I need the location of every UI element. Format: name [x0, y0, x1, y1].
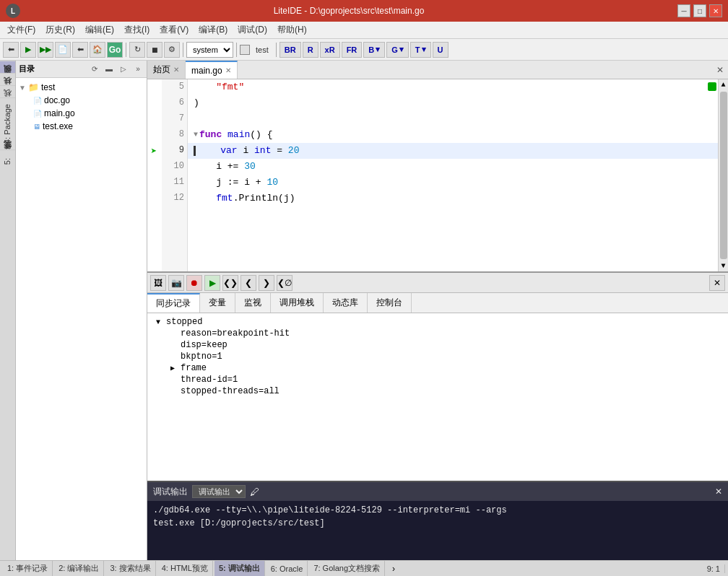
tree-file-exe[interactable]: 🖥 test.exe: [19, 120, 144, 133]
debug-stop-btn[interactable]: ⏺: [186, 275, 202, 291]
menu-edit[interactable]: 编辑(E): [81, 22, 118, 38]
tree-file-main[interactable]: 📄 main.go: [19, 107, 144, 120]
code-line-5: "fmt": [188, 79, 718, 95]
menu-view[interactable]: 查看(V): [155, 22, 193, 38]
toolbar-g-btn[interactable]: G▾: [386, 42, 409, 58]
menu-build[interactable]: 编译(B): [194, 22, 232, 38]
editor-scrollbar[interactable]: ▲ ▼: [718, 79, 728, 271]
toolbar-b-btn[interactable]: B▾: [363, 42, 385, 58]
debug-toolbar: 🖼 📷 ⏺ ▶ ❮❯ ❮ ❯ ❮∅ ✕: [147, 273, 728, 293]
minimize-button[interactable]: ─: [677, 4, 690, 17]
toolbar-go-btn[interactable]: Go: [107, 42, 123, 58]
toolbar-btn-4[interactable]: 📄: [55, 42, 71, 58]
output-header: 调试输出 调试输出 🖊 ✕: [147, 482, 728, 501]
debug-step4-btn[interactable]: ❮∅: [277, 275, 292, 291]
debug-image-btn[interactable]: 🖼: [150, 275, 166, 291]
debug-capture-btn[interactable]: 📷: [168, 275, 184, 291]
editor-gutter: ➤: [147, 79, 162, 271]
sidebar-tab-fs[interactable]: 5: 文件系统: [0, 149, 15, 170]
window-title: LiteIDE - D:\goprojects\src\test\main.go: [20, 6, 677, 16]
left-panel-expand[interactable]: »: [132, 64, 144, 75]
debug-tab-sync[interactable]: 同步记录: [147, 293, 200, 313]
debug-tab-watch[interactable]: 监视: [235, 293, 271, 313]
left-panel-arrow[interactable]: ▷: [118, 64, 129, 75]
left-panel-sync[interactable]: ⟳: [89, 64, 100, 75]
status-position: 9: 1: [703, 564, 725, 573]
debug-thread-label: thread-id=1: [181, 375, 238, 385]
tree-folder-test[interactable]: ▼ 📁 test: [19, 81, 144, 94]
expand-stopped[interactable]: ▼: [153, 317, 163, 327]
debug-tab-vars[interactable]: 变量: [200, 293, 235, 313]
output-close-btn[interactable]: ✕: [715, 486, 722, 497]
menu-find[interactable]: 查找(I): [120, 22, 154, 38]
status-item-7[interactable]: 7: Golang文档搜索: [309, 561, 385, 576]
debug-continue-btn[interactable]: ▶: [204, 275, 220, 291]
menu-help[interactable]: 帮助(H): [273, 22, 311, 38]
close-button[interactable]: ✕: [709, 4, 722, 17]
expand-thread: [168, 375, 178, 385]
debug-step3-btn[interactable]: ❯: [259, 275, 274, 291]
code-content[interactable]: "fmt" ) ▼ func main () {: [188, 79, 718, 271]
debug-tab-console[interactable]: 控制台: [368, 293, 412, 313]
debug-close-btn[interactable]: ✕: [709, 275, 725, 291]
left-panel-settings[interactable]: ▬: [103, 64, 115, 75]
gutter-10: [147, 159, 162, 175]
status-item-3[interactable]: 3: 搜索结果: [105, 561, 155, 576]
toolbar-fr-btn[interactable]: FR: [342, 42, 363, 58]
scroll-thumb[interactable]: [720, 92, 727, 259]
app-icon: L: [6, 4, 20, 18]
tree-file-doc[interactable]: 📄 doc.go: [19, 94, 144, 107]
tab-close-arrow[interactable]: ✕: [712, 65, 728, 75]
status-item-6[interactable]: 6: Oracle: [266, 561, 308, 576]
debug-step2-btn[interactable]: ❮: [240, 275, 256, 291]
sidebar-tab-pkg[interactable]: 4: Package栈: [0, 97, 15, 149]
status-bar: 1: 事件记录 2: 编译输出 3: 搜索结果 4: HTML预览 5: 调试输…: [0, 560, 728, 576]
status-item-1[interactable]: 1: 事件记录: [3, 561, 53, 576]
toolbar-btn-6[interactable]: 🏠: [90, 42, 105, 58]
tab-start-close[interactable]: ✕: [173, 66, 179, 74]
toolbar-stop[interactable]: ⏹: [147, 42, 162, 58]
file-name-doc: doc.go: [44, 95, 70, 105]
toolbar-btn-1[interactable]: ⬅: [3, 42, 19, 58]
output-select[interactable]: 调试输出: [192, 485, 246, 498]
tab-maingo-close[interactable]: ✕: [225, 66, 231, 74]
menu-file[interactable]: 文件(F): [3, 22, 40, 38]
debug-item-disp: disp=keep: [153, 339, 722, 351]
toolbar-checkbox[interactable]: [240, 45, 250, 55]
status-item-5[interactable]: 5: 调试输出: [214, 561, 265, 576]
toolbar-r-btn[interactable]: R: [303, 42, 318, 58]
gutter-6: [147, 95, 162, 111]
status-item-4[interactable]: 4: HTML预览: [157, 561, 213, 576]
toolbar-settings[interactable]: ⚙: [164, 42, 180, 58]
tab-maingo[interactable]: main.go ✕: [186, 61, 238, 79]
system-select[interactable]: system: [186, 42, 233, 58]
toolbar-br-btn[interactable]: BR: [280, 42, 301, 58]
code-line-6: ): [188, 95, 718, 111]
maximize-button[interactable]: □: [693, 4, 706, 17]
tab-start[interactable]: 始页 ✕: [147, 61, 186, 79]
scroll-down[interactable]: ▼: [719, 261, 727, 271]
debug-tab-stack[interactable]: 调用堆栈: [271, 293, 324, 313]
debug-tab-dynlib[interactable]: 动态库: [324, 293, 368, 313]
toolbar-t-btn[interactable]: T▾: [410, 42, 431, 58]
debug-disp-label: disp=keep: [181, 340, 228, 350]
sidebar-tab-overview[interactable]: 概览: [0, 61, 15, 73]
sidebar-tab-image[interactable]: 图像栈: [0, 73, 15, 85]
status-more-arrow[interactable]: ›: [386, 561, 401, 576]
toolbar-btn-5[interactable]: ⬅: [72, 42, 88, 58]
code-line-11: j := i + 10: [188, 175, 718, 191]
output-title: 调试输出: [153, 486, 188, 498]
scroll-up[interactable]: ▲: [719, 79, 727, 90]
output-clear-btn[interactable]: 🖊: [250, 486, 259, 497]
menu-debug[interactable]: 调试(D): [233, 22, 272, 38]
expand-frame[interactable]: ▶: [168, 363, 178, 373]
debug-step1-btn[interactable]: ❮❯: [222, 275, 238, 291]
toolbar-btn-3[interactable]: ▶▶: [38, 42, 53, 58]
toolbar-u-btn[interactable]: U: [433, 42, 448, 58]
status-item-2[interactable]: 2: 编译输出: [54, 561, 104, 576]
menu-history[interactable]: 历史(R): [41, 22, 79, 38]
sidebar-tab-block[interactable]: 块栈: [0, 85, 15, 97]
toolbar-refresh[interactable]: ↻: [129, 42, 145, 58]
toolbar-xr-btn[interactable]: xR: [320, 42, 340, 58]
toolbar-btn-2[interactable]: ▶: [20, 42, 36, 58]
